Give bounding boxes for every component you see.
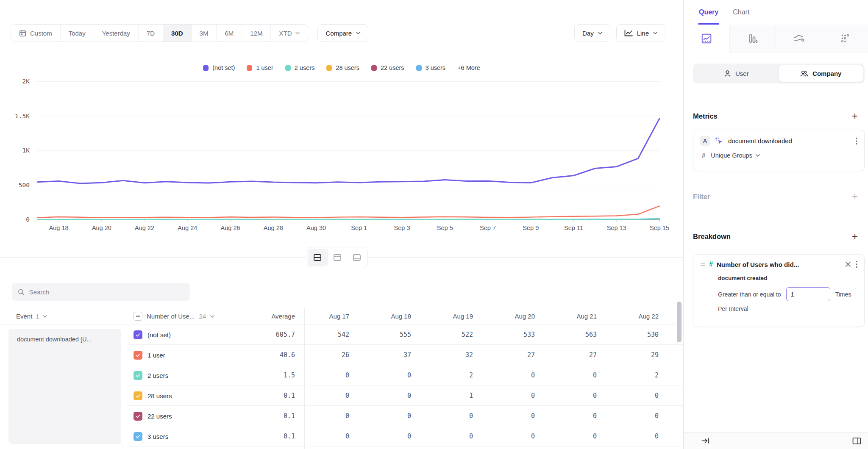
legend-item[interactable]: 2 users <box>285 64 315 71</box>
chevron-down-icon <box>756 154 760 157</box>
add-breakdown-button[interactable]: + <box>852 231 858 241</box>
breakdown-event-name[interactable]: document created <box>700 275 857 281</box>
group-header-label[interactable]: Number of Use... <box>147 313 195 320</box>
range-30d-button[interactable]: 30D <box>163 25 191 42</box>
series-checkbox[interactable] <box>134 371 142 380</box>
legend-more-link[interactable]: +6 More <box>457 64 480 71</box>
tab-query[interactable]: Query <box>699 0 718 25</box>
metric-menu-button[interactable] <box>856 137 857 145</box>
svg-text:Aug 24: Aug 24 <box>178 224 197 231</box>
series-checkbox[interactable] <box>134 391 142 400</box>
value-cell: 555 <box>366 331 428 338</box>
svg-text:Aug 18: Aug 18 <box>49 224 69 231</box>
chart-type-dots-tab[interactable] <box>822 25 868 53</box>
chart-type-flow-tab[interactable] <box>776 25 822 53</box>
value-cell: 0 <box>428 432 490 440</box>
series-label: 2 users <box>147 372 168 379</box>
minus-icon <box>136 314 140 319</box>
chart-style-button[interactable]: Line <box>616 24 665 42</box>
value-cell: 0 <box>614 392 676 399</box>
legend-swatch <box>247 65 252 71</box>
tab-chart[interactable]: Chart <box>733 0 749 25</box>
metric-event-name[interactable]: document downloaded <box>728 137 851 144</box>
series-cell: 1 user <box>127 351 233 360</box>
range-custom-button[interactable]: Custom <box>11 25 60 42</box>
series-cell: 28 users <box>127 391 233 400</box>
metric-card[interactable]: A document downloaded # Unique Groups <box>693 130 865 171</box>
value-cell: 2 <box>614 371 676 379</box>
query-panel: Query Chart User Company <box>683 0 868 449</box>
range-yesterday-button[interactable]: Yesterday <box>94 25 138 42</box>
series-checkbox[interactable] <box>134 351 142 360</box>
range-6m-button[interactable]: 6M <box>216 25 242 42</box>
layout-chart-only-button[interactable] <box>327 249 347 266</box>
legend-item[interactable]: 28 users <box>326 64 359 71</box>
remove-breakdown-button[interactable] <box>844 261 852 268</box>
range-today-button[interactable]: Today <box>60 25 94 42</box>
breakdown-property-name[interactable]: Number of Users who did... <box>717 261 840 268</box>
search-icon <box>18 288 25 296</box>
event-group-cell[interactable]: document downloaded [U... <box>8 329 121 444</box>
chart-canvas[interactable]: 05001K1.5K2KAug 18Aug 20Aug 22Aug 24Aug … <box>0 59 683 241</box>
series-label: 1 user <box>147 352 165 359</box>
search-input[interactable] <box>29 288 184 296</box>
series-cell: (not set) <box>127 330 233 339</box>
entity-user-option[interactable]: User <box>694 65 779 82</box>
interval-button[interactable]: Day <box>574 24 610 42</box>
value-cell: 522 <box>428 331 490 338</box>
series-line--not-set- <box>37 119 659 183</box>
range-12m-button[interactable]: 12M <box>242 25 270 42</box>
chart-type-line-tab[interactable] <box>684 25 729 53</box>
table-vertical-scrollbar[interactable] <box>677 302 682 342</box>
range-3m-button[interactable]: 3M <box>191 25 217 42</box>
average-value: 605.7 <box>233 331 304 338</box>
hash-icon: # <box>702 152 705 159</box>
select-all-checkbox[interactable] <box>134 312 142 321</box>
svg-text:Sep 1: Sep 1 <box>351 224 367 231</box>
entity-company-option[interactable]: Company <box>779 65 864 82</box>
range-xtd-button[interactable]: XTD <box>270 25 308 42</box>
value-cell: 27 <box>552 351 614 359</box>
legend-item[interactable]: 22 users <box>371 64 404 71</box>
series-checkbox[interactable] <box>134 330 142 339</box>
layout-table-only-button[interactable] <box>347 249 366 266</box>
split-view-button[interactable] <box>851 436 862 446</box>
kebab-menu-icon <box>856 137 857 145</box>
series-checkbox[interactable] <box>134 412 142 421</box>
range-7d-button[interactable]: 7D <box>138 25 163 42</box>
check-icon <box>135 372 141 379</box>
breakdown-menu-button[interactable] <box>856 261 857 268</box>
series-label: (not set) <box>147 331 171 338</box>
breakdown-card[interactable]: # Number of Users who did... document cr… <box>693 254 865 327</box>
range-label: Yesterday <box>102 30 130 37</box>
event-column-header[interactable]: Event 1 <box>0 313 127 320</box>
compare-button[interactable]: Compare <box>317 24 368 42</box>
drag-handle-icon[interactable] <box>700 262 705 266</box>
svg-text:2K: 2K <box>22 78 30 85</box>
add-metric-button[interactable]: + <box>852 111 858 121</box>
measure-selector[interactable]: Unique Groups <box>711 152 760 159</box>
breakdown-value-input[interactable] <box>786 287 830 301</box>
legend-label: 1 user <box>256 64 273 71</box>
svg-text:Aug 26: Aug 26 <box>221 224 240 231</box>
layout-split-button[interactable] <box>308 249 327 266</box>
series-checkbox[interactable] <box>134 432 142 441</box>
breakdown-per-interval-label[interactable]: Per Interval <box>700 305 857 312</box>
legend-item[interactable]: 3 users <box>416 64 446 71</box>
add-filter-button[interactable]: + <box>852 191 858 202</box>
date-column-header: Aug 17 <box>304 313 366 320</box>
svg-text:Sep 7: Sep 7 <box>480 224 496 231</box>
chart-type-bar-tab[interactable] <box>729 25 776 53</box>
value-cell: 0 <box>304 432 366 440</box>
main-content: CustomTodayYesterday7D30D3M6M12MXTD Comp… <box>0 0 683 449</box>
value-cell: 26 <box>304 351 366 359</box>
breakdown-condition-label[interactable]: Greater than or equal to <box>718 291 781 298</box>
line-chart-icon <box>624 30 633 36</box>
metrics-title: Metrics <box>693 112 718 120</box>
layout-bottom-icon <box>352 253 362 262</box>
collapse-panel-button[interactable] <box>701 436 710 445</box>
table-search <box>12 283 190 301</box>
legend-item[interactable]: 1 user <box>247 64 273 71</box>
legend-item[interactable]: (not set) <box>203 64 235 71</box>
kebab-menu-icon <box>856 261 857 268</box>
